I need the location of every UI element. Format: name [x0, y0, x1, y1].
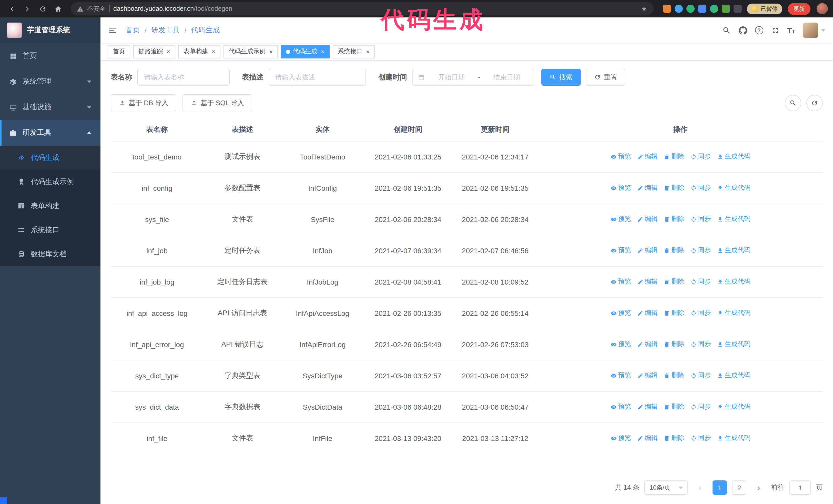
edit-link[interactable]: 编辑 — [637, 434, 658, 443]
delete-link[interactable]: 删除 — [664, 403, 684, 411]
edit-link[interactable]: 编辑 — [637, 371, 658, 380]
back-icon[interactable] — [5, 2, 19, 16]
delete-link[interactable]: 删除 — [664, 184, 684, 193]
breadcrumb-item[interactable]: 代码生成 — [191, 26, 220, 35]
reload-icon[interactable] — [36, 2, 49, 16]
date-range-input[interactable]: 开始日期 - 结束日期 — [412, 69, 534, 86]
reset-button[interactable]: 重置 — [586, 69, 625, 86]
user-avatar[interactable] — [803, 23, 825, 38]
update-button[interactable]: 更新 — [788, 3, 810, 15]
import-db-button[interactable]: 基于 DB 导入 — [111, 94, 176, 111]
close-icon[interactable] — [269, 48, 273, 55]
preview-link[interactable]: 预览 — [610, 184, 631, 193]
sync-link[interactable]: 同步 — [690, 309, 711, 318]
import-sql-button[interactable]: 基于 SQL 导入 — [183, 94, 253, 111]
next-page-button[interactable]: › — [752, 480, 766, 495]
delete-link[interactable]: 删除 — [664, 434, 684, 443]
generate-code-link[interactable]: 生成代码 — [717, 184, 750, 193]
edit-link[interactable]: 编辑 — [637, 278, 658, 286]
delete-link[interactable]: 删除 — [664, 371, 684, 380]
table-desc-input[interactable] — [269, 69, 366, 86]
help-icon[interactable] — [755, 26, 763, 34]
sync-link[interactable]: 同步 — [690, 184, 711, 193]
extension-icon[interactable] — [663, 5, 671, 13]
github-icon[interactable] — [738, 26, 747, 34]
edit-link[interactable]: 编辑 — [637, 340, 658, 349]
generate-code-link[interactable]: 生成代码 — [717, 340, 750, 349]
breadcrumb-item[interactable]: 研发工具 — [151, 26, 180, 35]
sidebar-item[interactable]: 首页 — [0, 43, 100, 69]
extension-icon[interactable] — [686, 5, 695, 13]
generate-code-link[interactable]: 生成代码 — [717, 278, 750, 286]
preview-link[interactable]: 预览 — [610, 309, 631, 318]
close-icon[interactable] — [167, 48, 170, 55]
url-bar[interactable]: 不安全 dashboard.yudao.iocoder.cn/tool/code… — [71, 2, 653, 16]
table-name-input[interactable] — [137, 69, 230, 86]
goto-page-input[interactable] — [789, 480, 811, 495]
tab[interactable]: 首页 — [108, 45, 130, 58]
sidebar-subitem[interactable]: 表单构建 — [0, 194, 100, 218]
generate-code-link[interactable]: 生成代码 — [717, 246, 750, 255]
sync-link[interactable]: 同步 — [690, 152, 711, 161]
preview-link[interactable]: 预览 — [610, 434, 631, 443]
sync-link[interactable]: 同步 — [690, 371, 711, 380]
page-button-2[interactable]: 2 — [732, 480, 746, 495]
extension-icon[interactable] — [734, 5, 742, 13]
page-size-select[interactable]: 10条/页 — [645, 480, 688, 495]
edit-link[interactable]: 编辑 — [637, 152, 658, 161]
sync-link[interactable]: 同步 — [690, 340, 711, 349]
refresh-table-button[interactable] — [806, 95, 823, 111]
tab[interactable]: 表单构建 — [178, 45, 220, 58]
sync-link[interactable]: 同步 — [690, 434, 711, 443]
preview-link[interactable]: 预览 — [610, 340, 631, 349]
bookmark-star-icon[interactable] — [641, 5, 647, 12]
preview-link[interactable]: 预览 — [610, 371, 631, 380]
edit-link[interactable]: 编辑 — [637, 184, 658, 193]
paused-badge[interactable]: 已暂停 — [747, 3, 782, 14]
generate-code-link[interactable]: 生成代码 — [717, 215, 750, 224]
edit-link[interactable]: 编辑 — [637, 403, 658, 411]
preview-link[interactable]: 预览 — [610, 403, 631, 411]
delete-link[interactable]: 删除 — [664, 278, 684, 286]
preview-link[interactable]: 预览 — [610, 278, 631, 286]
generate-code-link[interactable]: 生成代码 — [717, 152, 750, 161]
sidebar-item[interactable]: 系统管理 — [0, 69, 100, 94]
font-size-icon[interactable] — [787, 26, 795, 34]
sync-link[interactable]: 同步 — [690, 246, 711, 255]
fullscreen-icon[interactable] — [771, 26, 780, 34]
home-icon[interactable] — [51, 2, 65, 16]
delete-link[interactable]: 删除 — [664, 246, 684, 255]
extension-icon[interactable] — [674, 5, 683, 13]
extension-icon[interactable] — [722, 5, 730, 13]
generate-code-link[interactable]: 生成代码 — [717, 434, 750, 443]
delete-link[interactable]: 删除 — [664, 340, 684, 349]
sidebar-item[interactable]: 基础设施 — [0, 94, 100, 120]
page-button-1[interactable]: 1 — [713, 480, 727, 495]
tab[interactable]: 系统接口 — [333, 45, 375, 58]
breadcrumb-item[interactable]: 首页 — [125, 26, 140, 35]
delete-link[interactable]: 删除 — [664, 309, 684, 318]
close-icon[interactable] — [321, 48, 325, 55]
preview-link[interactable]: 预览 — [610, 246, 631, 255]
sidebar-subitem[interactable]: 数据库文档 — [0, 242, 100, 266]
edit-link[interactable]: 编辑 — [637, 309, 658, 318]
tab[interactable]: 代码生成 — [281, 45, 330, 58]
extension-icon[interactable] — [698, 5, 706, 13]
sidebar-subitem[interactable]: 系统接口 — [0, 218, 100, 242]
generate-code-link[interactable]: 生成代码 — [717, 371, 750, 380]
delete-link[interactable]: 删除 — [664, 215, 684, 224]
profile-avatar[interactable] — [816, 3, 828, 14]
edit-link[interactable]: 编辑 — [637, 215, 658, 224]
hamburger-icon[interactable] — [108, 26, 117, 35]
search-button[interactable]: 搜索 — [541, 69, 581, 86]
tab[interactable]: 链路追踪 — [133, 45, 175, 58]
search-icon[interactable] — [722, 26, 731, 34]
tab[interactable]: 代码生成示例 — [223, 45, 278, 58]
close-icon[interactable] — [366, 48, 370, 55]
preview-link[interactable]: 预览 — [610, 152, 631, 161]
toggle-search-button[interactable] — [785, 95, 801, 111]
delete-link[interactable]: 删除 — [664, 152, 684, 161]
sync-link[interactable]: 同步 — [690, 215, 711, 224]
generate-code-link[interactable]: 生成代码 — [717, 403, 750, 411]
preview-link[interactable]: 预览 — [610, 215, 631, 224]
